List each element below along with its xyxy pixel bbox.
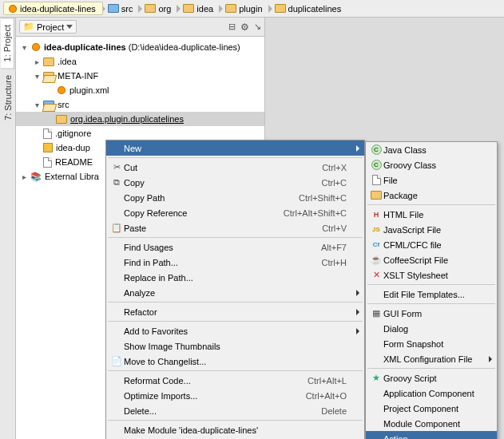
- menu-reformat[interactable]: Reformat Code...Ctrl+Alt+L: [106, 373, 364, 388]
- menu-gui-form[interactable]: ▦GUI Form: [366, 306, 497, 321]
- menu-groovy-script[interactable]: ★Groovy Script: [366, 370, 497, 386]
- breadcrumb-item[interactable]: plugin: [221, 2, 269, 15]
- submenu-arrow-icon: [356, 290, 359, 296]
- tree-root[interactable]: ▾idea-duplicate-lines (D:\idea\idea-dupl…: [16, 40, 264, 54]
- view-label: Project: [37, 22, 64, 32]
- folder-icon: [145, 4, 156, 13]
- breadcrumb-item[interactable]: duplicatelines: [271, 2, 349, 15]
- paste-icon: 📋: [109, 222, 124, 235]
- menu-js-file[interactable]: JSJavaScript File: [366, 222, 497, 237]
- coffee-icon: ☕: [369, 254, 383, 267]
- menu-proj-component[interactable]: Project Component: [366, 401, 497, 416]
- menu-xslt-file[interactable]: ✕XSLT Stylesheet: [366, 267, 497, 283]
- plugin-icon: [56, 85, 66, 96]
- context-menu: New ✂CutCtrl+X ⧉CopyCtrl+C Copy PathCtrl…: [105, 140, 365, 439]
- menu-favorites[interactable]: Add to Favorites: [106, 323, 364, 338]
- module-icon: [43, 143, 53, 152]
- rail-tab-structure[interactable]: 7: Structure: [2, 69, 14, 127]
- form-icon: ▦: [369, 307, 383, 320]
- submenu-arrow-icon: [356, 145, 359, 152]
- breadcrumb-item[interactable]: idea: [179, 2, 220, 15]
- file-icon: [43, 129, 52, 139]
- cut-icon: ✂: [109, 161, 124, 174]
- plugin-icon: [30, 42, 41, 53]
- tree-node-src[interactable]: ▾src: [16, 97, 264, 112]
- menu-copy[interactable]: ⧉CopyCtrl+C: [106, 175, 364, 190]
- folder-icon: [43, 57, 54, 66]
- new-submenu: CJava Class CGroovy Class File Package H…: [365, 141, 498, 439]
- menu-form-snapshot[interactable]: Form Snapshot: [366, 336, 497, 351]
- menu-analyze[interactable]: Analyze: [106, 285, 364, 300]
- tree-node-gitignore[interactable]: .gitignore: [16, 126, 264, 140]
- menu-paste[interactable]: 📋PasteCtrl+V: [106, 220, 364, 235]
- breadcrumb-item[interactable]: org: [141, 2, 178, 15]
- folder-icon: [108, 4, 119, 13]
- menu-app-component[interactable]: Application Component: [366, 386, 497, 401]
- menu-groovy-class[interactable]: CGroovy Class: [366, 157, 497, 172]
- breadcrumb-item-root[interactable]: idea-duplicate-lines: [3, 2, 103, 15]
- cfml-icon: Cf: [369, 239, 383, 251]
- menu-file[interactable]: File: [366, 172, 497, 188]
- view-selector[interactable]: 📁 Project: [19, 20, 77, 34]
- class-icon: C: [371, 160, 382, 170]
- menu-cut[interactable]: ✂CutCtrl+X: [106, 160, 364, 175]
- menu-find-in-path[interactable]: Find in Path...Ctrl+H: [106, 255, 364, 270]
- breadcrumb: idea-duplicate-lines src org idea plugin…: [0, 0, 504, 18]
- xslt-icon: ✕: [369, 269, 383, 282]
- gear-icon[interactable]: ⚙: [240, 22, 249, 33]
- menu-changelist[interactable]: 📄Move to Changelist...: [106, 354, 364, 369]
- menu-dialog[interactable]: Dialog: [366, 321, 497, 336]
- tree-node-pluginxml[interactable]: plugin.xml: [16, 83, 264, 97]
- tree-node-idea[interactable]: ▸.idea: [16, 54, 264, 69]
- pane-header: 📁 Project ⊟ ⚙ ↘: [16, 18, 264, 37]
- menu-new[interactable]: New: [106, 140, 364, 156]
- library-icon: 📚: [30, 172, 42, 182]
- folder-icon: [183, 4, 194, 13]
- html-icon: H: [369, 208, 383, 221]
- menu-refactor[interactable]: Refactor: [106, 304, 364, 319]
- copy-icon: ⧉: [109, 176, 124, 189]
- submenu-arrow-icon: [356, 309, 359, 315]
- menu-replace-in-path[interactable]: Replace in Path...: [106, 270, 364, 285]
- plugin-icon: [7, 3, 18, 14]
- menu-delete[interactable]: Delete...Delete: [106, 403, 364, 418]
- file-icon: [43, 157, 52, 168]
- changelist-icon: 📄: [109, 355, 124, 368]
- folder-icon: [275, 4, 286, 13]
- collapse-all-icon[interactable]: ⊟: [228, 22, 236, 33]
- submenu-arrow-icon: [356, 328, 359, 334]
- package-icon: [56, 115, 67, 124]
- tree-node-package[interactable]: org.idea.plugin.duplicatelines: [16, 112, 264, 126]
- menu-mod-component[interactable]: Module Component: [366, 416, 497, 431]
- folder-icon: [43, 72, 54, 81]
- menu-coffee-file[interactable]: ☕CoffeeScript File: [366, 252, 497, 267]
- left-tool-rail: 1: Project 7: Structure: [0, 18, 16, 439]
- rail-tab-project[interactable]: 1: Project: [1, 18, 14, 69]
- menu-copy-path[interactable]: Copy PathCtrl+Shift+C: [106, 190, 364, 205]
- project-icon: 📁: [23, 22, 34, 32]
- package-icon: [371, 191, 382, 200]
- folder-icon: [43, 101, 54, 109]
- menu-thumbnails[interactable]: Show Image Thumbnails: [106, 338, 364, 354]
- menu-cfml-file[interactable]: CfCFML/CFC file: [366, 237, 497, 252]
- hide-icon[interactable]: ↘: [254, 22, 261, 33]
- menu-find-usages[interactable]: Find UsagesAlt+F7: [106, 239, 364, 255]
- menu-html-file[interactable]: HHTML File: [366, 207, 497, 222]
- menu-package[interactable]: Package: [366, 188, 497, 203]
- class-icon: C: [371, 144, 382, 155]
- submenu-arrow-icon: [489, 356, 492, 362]
- js-icon: JS: [369, 223, 383, 236]
- menu-xml-config[interactable]: XML Configuration File: [366, 351, 497, 366]
- breadcrumb-item[interactable]: src: [104, 2, 141, 15]
- tree-node-metainf[interactable]: ▾META-INF: [16, 69, 264, 83]
- chevron-down-icon: [66, 25, 73, 29]
- menu-make-module[interactable]: Make Module 'idea-duplicate-lines': [106, 422, 364, 437]
- menu-edit-templates[interactable]: Edit File Templates...: [366, 287, 497, 302]
- menu-copy-ref[interactable]: Copy ReferenceCtrl+Alt+Shift+C: [106, 205, 364, 220]
- menu-java-class[interactable]: CJava Class: [366, 142, 497, 157]
- folder-icon: [225, 4, 236, 13]
- groovy-icon: ★: [369, 372, 383, 385]
- file-icon: [372, 175, 381, 185]
- menu-optimize[interactable]: Optimize Imports...Ctrl+Alt+O: [106, 388, 364, 403]
- menu-action[interactable]: Action: [366, 431, 497, 439]
